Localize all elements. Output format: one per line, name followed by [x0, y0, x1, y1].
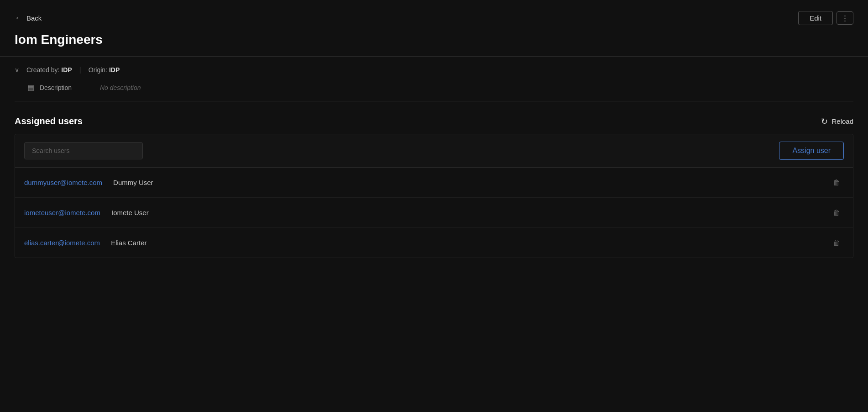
trash-icon [833, 208, 840, 217]
more-options-button[interactable]: ⋮ [837, 11, 853, 25]
user-name: Elias Carter [111, 239, 146, 247]
reload-label: Reload [831, 117, 853, 125]
page-title: Iom Engineers [15, 32, 853, 47]
reload-button[interactable]: ↻ Reload [821, 116, 853, 127]
metadata-separator: | [79, 66, 81, 74]
description-row: ▤ Description No description [15, 83, 853, 92]
created-by-value: IDP [61, 66, 72, 74]
table-row: elias.carter@iomete.com Elias Carter [15, 228, 853, 258]
table-toolbar: Assign user [15, 134, 853, 168]
created-by-label: Created by: [26, 66, 59, 74]
delete-user-button[interactable] [829, 206, 844, 219]
origin-item: Origin: IDP [89, 66, 120, 74]
assigned-users-header: Assigned users ↻ Reload [15, 116, 853, 127]
search-input[interactable] [24, 142, 143, 159]
back-button[interactable]: ← Back [15, 11, 42, 25]
description-icon: ▤ [27, 83, 34, 92]
assigned-users-section: Assigned users ↻ Reload Assign user dumm… [15, 116, 853, 258]
user-info: dummyuser@iomete.com Dummy User [24, 179, 153, 186]
description-label: Description [40, 84, 94, 91]
user-email[interactable]: iometeuser@iomete.com [24, 209, 100, 217]
users-table-container: Assign user dummyuser@iomete.com Dummy U… [15, 134, 853, 258]
page-container: ← Back Edit ⋮ Iom Engineers ∨ Created by… [0, 0, 868, 269]
user-name: Iomete User [111, 209, 149, 217]
back-arrow-icon: ← [15, 13, 23, 23]
table-row: iometeuser@iomete.com Iomete User [15, 198, 853, 228]
table-row: dummyuser@iomete.com Dummy User [15, 168, 853, 198]
assign-user-button[interactable]: Assign user [779, 142, 844, 160]
trash-icon [833, 238, 840, 248]
metadata-row: ∨ Created by: IDP | Origin: IDP [15, 66, 853, 74]
delete-user-button[interactable] [829, 236, 844, 249]
users-list: dummyuser@iomete.com Dummy User iometeus… [15, 168, 853, 258]
assigned-users-title: Assigned users [15, 116, 83, 127]
reload-icon: ↻ [821, 116, 828, 127]
origin-value: IDP [109, 66, 120, 74]
header-row: ← Back Edit ⋮ [15, 11, 853, 25]
chevron-down-icon[interactable]: ∨ [15, 66, 19, 74]
description-value: No description [100, 84, 141, 91]
user-email[interactable]: elias.carter@iomete.com [24, 239, 100, 247]
edit-button[interactable]: Edit [798, 11, 833, 25]
user-email[interactable]: dummyuser@iomete.com [24, 179, 102, 186]
origin-label: Origin: [89, 66, 107, 74]
metadata-section: ∨ Created by: IDP | Origin: IDP ▤ Descri… [15, 57, 853, 101]
user-name: Dummy User [113, 179, 153, 186]
back-label: Back [26, 14, 42, 22]
delete-user-button[interactable] [829, 176, 844, 189]
header-actions: Edit ⋮ [798, 11, 853, 25]
user-info: elias.carter@iomete.com Elias Carter [24, 239, 146, 247]
created-by-item: Created by: IDP [26, 66, 72, 74]
user-info: iometeuser@iomete.com Iomete User [24, 209, 149, 217]
trash-icon [833, 178, 840, 187]
